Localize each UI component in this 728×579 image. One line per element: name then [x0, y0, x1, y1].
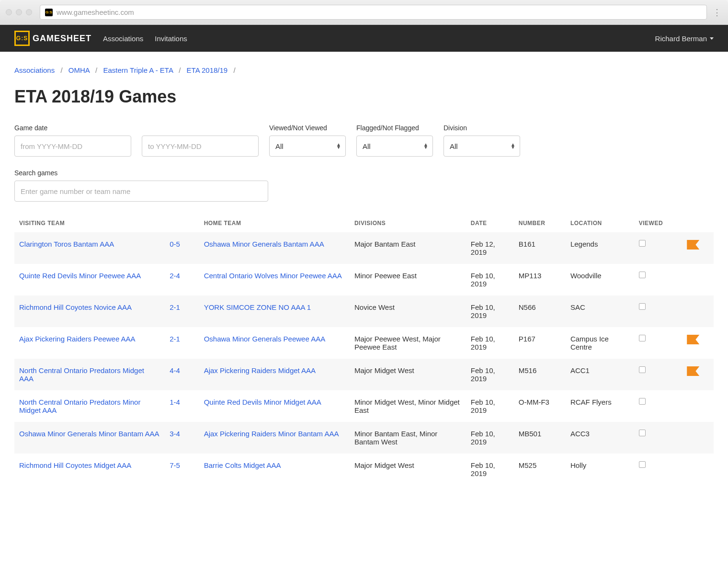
viewed-checkbox[interactable]: [639, 398, 646, 405]
game-score[interactable]: 1-4: [165, 390, 199, 422]
breadcrumb-sep: /: [60, 66, 62, 74]
browser-menu-icon[interactable]: ⋮: [711, 7, 722, 18]
filters-row-2: Search games: [14, 169, 714, 202]
user-name: Richard Berman: [655, 34, 707, 43]
home-team-link[interactable]: YORK SIMCOE ZONE NO AAA 1: [204, 303, 311, 311]
visiting-team-link[interactable]: North Central Ontario Predators Midget A…: [19, 366, 144, 383]
breadcrumb-season[interactable]: ETA 2018/19: [187, 66, 228, 74]
flagged-select[interactable]: All: [356, 136, 433, 157]
flag-icon[interactable]: [687, 366, 699, 376]
game-score[interactable]: 7-5: [165, 454, 199, 485]
th-home[interactable]: Home Team: [199, 214, 350, 232]
url-bar[interactable]: G:S www.gamesheetinc.com: [40, 5, 707, 20]
viewed-checkbox[interactable]: [639, 303, 646, 310]
date-cell: Feb 10, 2019: [466, 422, 514, 454]
favicon-icon: G:S: [45, 9, 53, 16]
th-location[interactable]: Location: [566, 214, 634, 232]
breadcrumb-eta[interactable]: Eastern Triple A - ETA: [103, 66, 173, 74]
division-select[interactable]: All: [444, 136, 520, 157]
location-cell: ACC3: [566, 422, 634, 454]
visiting-team-link[interactable]: Richmond Hill Coyotes Novice AAA: [19, 303, 132, 311]
date-cell: Feb 10, 2019: [466, 327, 514, 359]
table-row: Richmond Hill Coyotes Novice AAA 2-1 YOR…: [14, 295, 714, 327]
home-team-link[interactable]: Central Ontario Wolves Minor Peewee AAA: [204, 272, 342, 280]
chevron-down-icon: [710, 37, 714, 40]
table-row: Oshawa Minor Generals Minor Bantam AAA 3…: [14, 422, 714, 454]
viewed-checkbox[interactable]: [639, 430, 646, 436]
date-cell: Feb 12, 2019: [466, 232, 514, 264]
th-score: [165, 214, 199, 232]
minimize-window-icon[interactable]: [16, 9, 22, 15]
logo[interactable]: G:S GAMESHEET: [14, 31, 91, 46]
filter-game-date-to: [142, 124, 259, 157]
visiting-team-link[interactable]: Richmond Hill Coyotes Midget AAA: [19, 461, 131, 469]
viewed-checkbox[interactable]: [639, 366, 646, 373]
maximize-window-icon[interactable]: [26, 9, 32, 15]
table-row: North Central Ontario Predators Midget A…: [14, 359, 714, 390]
divisions-cell: Minor Bantam East, Minor Bantam West: [350, 422, 466, 454]
location-cell: Holly: [566, 454, 634, 485]
breadcrumb-sep: /: [179, 66, 181, 74]
table-row: Quinte Red Devils Minor Peewee AAA 2-4 C…: [14, 264, 714, 295]
table-row: North Central Ontario Predators Minor Mi…: [14, 390, 714, 422]
home-team-link[interactable]: Ajax Pickering Raiders Minor Bantam AAA: [204, 430, 339, 438]
divisions-cell: Major Midget West: [350, 359, 466, 390]
home-team-link[interactable]: Oshawa Minor Generals Peewee AAA: [204, 335, 325, 343]
divisions-cell: Major Bantam East: [350, 232, 466, 264]
visiting-team-link[interactable]: North Central Ontario Predators Minor Mi…: [19, 398, 140, 414]
breadcrumb-omha[interactable]: OMHA: [68, 66, 90, 74]
home-team-link[interactable]: Quinte Red Devils Minor Midget AAA: [204, 398, 321, 406]
divisions-cell: Novice West: [350, 295, 466, 327]
game-score[interactable]: 2-1: [165, 327, 199, 359]
th-visiting[interactable]: Visiting Team: [14, 214, 165, 232]
table-row: Richmond Hill Coyotes Midget AAA 7-5 Bar…: [14, 454, 714, 485]
nav-invitations[interactable]: Invitations: [155, 34, 187, 43]
flag-icon[interactable]: [687, 240, 699, 250]
filters-row-1: Game date Viewed/Not Viewed All ▲▼ Flagg…: [14, 124, 714, 157]
divisions-cell: Major Peewee West, Major Peewee East: [350, 327, 466, 359]
date-cell: Feb 10, 2019: [466, 390, 514, 422]
location-cell: ACC1: [566, 359, 634, 390]
th-viewed[interactable]: Viewed: [634, 214, 682, 232]
viewed-checkbox[interactable]: [639, 335, 646, 341]
visiting-team-link[interactable]: Ajax Pickering Raiders Peewee AAA: [19, 335, 136, 343]
game-score[interactable]: 0-5: [165, 232, 199, 264]
flag-icon[interactable]: [687, 335, 699, 344]
th-number[interactable]: Number: [514, 214, 566, 232]
nav-associations[interactable]: Associations: [103, 34, 143, 43]
home-team-link[interactable]: Ajax Pickering Raiders Midget AAA: [204, 366, 316, 375]
visiting-team-link[interactable]: Oshawa Minor Generals Minor Bantam AAA: [19, 430, 159, 438]
viewed-checkbox[interactable]: [639, 240, 646, 247]
date-from-input[interactable]: [14, 136, 131, 157]
search-input[interactable]: [14, 181, 268, 202]
th-date[interactable]: Date: [466, 214, 514, 232]
breadcrumb-associations[interactable]: Associations: [14, 66, 55, 74]
visiting-team-link[interactable]: Clarington Toros Bantam AAA: [19, 240, 114, 248]
flagged-label: Flagged/Not Flagged: [356, 124, 433, 132]
home-team-link[interactable]: Barrie Colts Midget AAA: [204, 461, 281, 469]
location-cell: Woodville: [566, 264, 634, 295]
filter-division: Division All ▲▼: [444, 124, 520, 157]
date-to-input[interactable]: [142, 136, 259, 157]
url-text: www.gamesheetinc.com: [57, 8, 134, 16]
game-score[interactable]: 2-1: [165, 295, 199, 327]
location-cell: RCAF Flyers: [566, 390, 634, 422]
viewed-checkbox[interactable]: [639, 272, 646, 278]
viewed-label: Viewed/Not Viewed: [269, 124, 346, 132]
game-score[interactable]: 2-4: [165, 264, 199, 295]
th-divisions[interactable]: Divisions: [350, 214, 466, 232]
close-window-icon[interactable]: [6, 9, 12, 15]
visiting-team-link[interactable]: Quinte Red Devils Minor Peewee AAA: [19, 272, 141, 280]
game-score[interactable]: 3-4: [165, 422, 199, 454]
home-team-link[interactable]: Oshawa Minor Generals Bantam AAA: [204, 240, 324, 248]
date-cell: Feb 10, 2019: [466, 359, 514, 390]
logo-badge-icon: G:S: [14, 31, 30, 46]
game-score[interactable]: 4-4: [165, 359, 199, 390]
spacer-label: [142, 124, 259, 132]
viewed-select[interactable]: All: [269, 136, 346, 157]
divisions-cell: Major Midget West: [350, 454, 466, 485]
user-menu[interactable]: Richard Berman: [655, 34, 714, 43]
number-cell: MP113: [514, 264, 566, 295]
date-cell: Feb 10, 2019: [466, 454, 514, 485]
viewed-checkbox[interactable]: [639, 461, 646, 468]
